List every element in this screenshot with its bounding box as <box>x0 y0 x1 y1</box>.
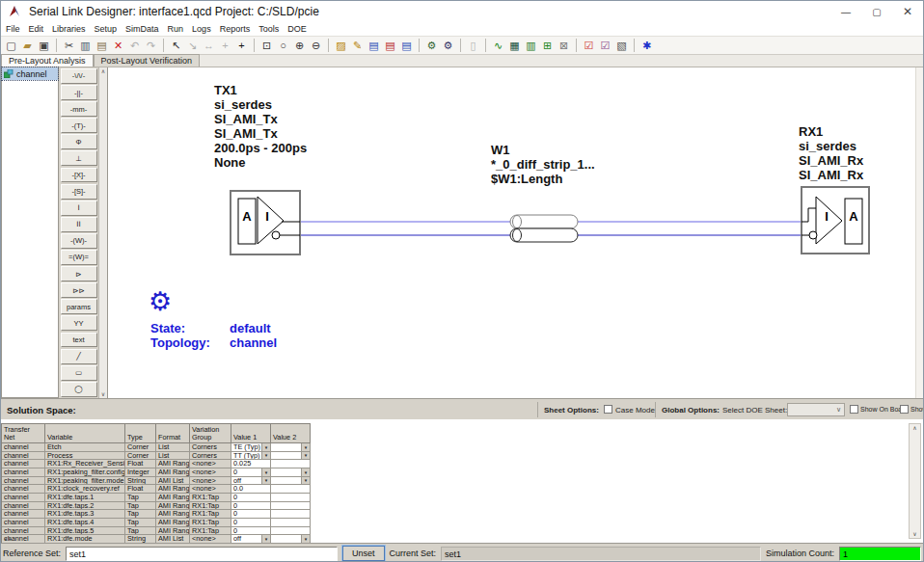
value1-cell[interactable]: 0 ▾ <box>231 519 271 527</box>
via-icon[interactable]: Ⅰ <box>61 201 97 216</box>
minimize-button[interactable]: — <box>830 1 861 22</box>
report-icon[interactable]: ▥ <box>523 38 539 53</box>
topology-value[interactable]: channel <box>230 335 277 350</box>
table-row[interactable]: channel RX1:dfe.taps.1 Tap AMI Range RX1… <box>2 494 311 502</box>
gear-icon[interactable]: ⚙ <box>149 287 172 316</box>
dropdown-button[interactable]: ▾ <box>261 535 270 543</box>
undo-icon[interactable]: ↶ <box>126 38 143 53</box>
table-row[interactable]: channel RX1:Rx_Receiver_Sensitivity Floa… <box>2 460 311 468</box>
state-value[interactable]: default <box>230 321 271 335</box>
doe-sheet-dropdown[interactable]: ∨ <box>787 403 845 416</box>
connect-mode-icon[interactable]: ↔ <box>201 38 217 53</box>
pan-icon[interactable]: ↘ <box>184 38 201 53</box>
column-header[interactable]: Value 2 <box>271 424 311 443</box>
dropdown-button[interactable]: ▾ <box>301 535 310 543</box>
scroll-down-icon[interactable]: ∨ <box>912 530 916 538</box>
table-row[interactable]: channel RX1:dfe.taps.4 Tap AMI Range RX1… <box>2 519 311 527</box>
xblock-icon[interactable]: -[X]- <box>61 168 97 183</box>
tab-post-layout-verification[interactable]: Post-Layout Verification <box>94 54 201 67</box>
tx-labels[interactable]: TX1si_serdesSI_AMI_TxSI_AMI_Tx200.0ps - … <box>214 83 307 170</box>
table-row[interactable]: channel Process Corner List Corners TT (… <box>2 452 311 461</box>
rx-labels[interactable]: RX1si_serdesSI_AMI_RxSI_AMI_Rx <box>799 124 863 182</box>
value2-cell[interactable]: ▾ <box>271 510 311 519</box>
zoom-in-icon[interactable]: ⊕ <box>291 38 308 53</box>
value1-cell[interactable]: 0 ▾ <box>231 502 271 511</box>
toolbar-icon[interactable] <box>254 39 255 52</box>
wline-pair-icon[interactable]: =(W)= <box>61 250 97 265</box>
toolbar-icon[interactable] <box>328 39 329 52</box>
zoom-out-icon[interactable]: ⊖ <box>308 38 324 53</box>
value1-cell[interactable]: off ▾ <box>231 477 271 486</box>
table-row[interactable]: channel RX1:dfe.taps.3 Tap AMI Range RX1… <box>2 510 311 519</box>
menu-tools[interactable]: Tools <box>258 24 279 34</box>
help-icon[interactable]: ✱ <box>639 38 655 53</box>
edit-properties-icon[interactable]: ▨ <box>333 38 349 53</box>
column-header[interactable]: Type <box>125 424 156 443</box>
value2-cell[interactable]: ▾ <box>271 452 311 461</box>
value2-cell[interactable]: ▾ <box>271 477 311 486</box>
palette-scrollbar[interactable]: ∧ ∨ <box>98 67 107 398</box>
sheet-editor-icon[interactable]: ▤ <box>398 38 415 53</box>
w1-labels[interactable]: W1*_0_diff_strip_1...$W1:Length <box>491 143 595 186</box>
zoom-fit-icon[interactable]: ⊡ <box>258 38 275 53</box>
redo-icon[interactable]: ↷ <box>143 38 159 53</box>
zoom-window-icon[interactable]: ○ <box>275 38 291 53</box>
scroll-down-icon[interactable]: ∨ <box>101 390 105 398</box>
waveform-viewer-icon[interactable]: ∿ <box>490 38 506 53</box>
table-row[interactable]: channel RX1:dfe.taps.2 Tap AMI Range RX1… <box>2 502 311 511</box>
value2-cell[interactable]: ▾ <box>271 519 311 527</box>
value2-cell[interactable]: ▾ <box>271 443 311 452</box>
value2-cell[interactable]: ▾ <box>271 485 311 494</box>
column-header[interactable]: Transfer Net <box>2 424 45 443</box>
close-button[interactable]: ✕ <box>892 1 923 22</box>
value1-cell[interactable]: 0 ▾ <box>231 468 271 477</box>
sweep-icon[interactable]: ☑ <box>597 38 613 53</box>
ibis-editor-icon[interactable]: ▤ <box>366 38 382 53</box>
menu-libraries[interactable]: Libraries <box>52 24 86 34</box>
spreadsheet-icon[interactable]: ⊞ <box>539 38 556 53</box>
sim-settings-icon[interactable]: ⚙ <box>440 38 456 53</box>
copy-icon[interactable]: ▥ <box>77 38 94 53</box>
table-row[interactable]: channel RX1:peaking_filter.config Intege… <box>2 468 311 477</box>
dropdown-button[interactable]: ▾ <box>261 477 270 485</box>
value1-cell[interactable]: TT (Typ) ▾ <box>231 452 271 461</box>
toolbar-icon[interactable] <box>485 39 486 52</box>
schematic-canvas[interactable]: TX1si_serdesSI_AMI_TxSI_AMI_Tx200.0ps - … <box>107 67 923 398</box>
topology-annotation[interactable]: Topology: channel <box>150 335 277 350</box>
package-icon[interactable]: ΥΥ <box>61 315 97 331</box>
open-folder-icon[interactable]: ▰ <box>19 38 36 53</box>
select-pointer-icon[interactable]: ↖ <box>168 38 184 53</box>
table-row[interactable]: channel RX1:clock_recovery.ref Float AMI… <box>2 485 311 494</box>
menu-edit[interactable]: Edit <box>29 24 44 34</box>
line-icon[interactable]: ╱ <box>61 349 97 364</box>
unset-button[interactable]: Unset <box>342 546 385 561</box>
menu-doe[interactable]: DOE <box>287 24 307 34</box>
w1-tline-symbol[interactable] <box>510 215 578 242</box>
menu-simdata[interactable]: SimData <box>125 24 159 34</box>
simulate-icon[interactable]: ⚙ <box>423 38 440 53</box>
tline-icon[interactable]: -(T)- <box>61 118 97 133</box>
menu-run[interactable]: Run <box>168 24 184 34</box>
wire-tool-icon[interactable]: ✎ <box>349 38 366 53</box>
network-icon[interactable]: ▯ <box>465 38 481 53</box>
table-row[interactable]: channel RX1:peaking_filter.mode String A… <box>2 477 311 486</box>
dropdown-button[interactable]: ▾ <box>301 443 310 451</box>
toolbar-icon[interactable] <box>419 39 420 52</box>
dropdown-button[interactable]: ▾ <box>301 468 310 476</box>
column-header[interactable]: Format <box>156 424 190 443</box>
column-header[interactable]: Value 1 <box>231 424 271 443</box>
value1-cell[interactable]: 0 ▾ <box>231 527 271 536</box>
show-all-sheets-checkbox[interactable] <box>900 405 909 414</box>
case-mode-checkbox[interactable] <box>604 405 612 414</box>
save-icon[interactable]: ▣ <box>36 38 52 53</box>
value2-cell[interactable]: ▾ <box>271 502 311 511</box>
layout-grid-icon[interactable]: ⊠ <box>556 38 572 53</box>
dropdown-button[interactable]: ▾ <box>261 468 270 476</box>
wline-icon[interactable]: -(W)- <box>61 233 97 249</box>
delete-icon[interactable]: ✕ <box>110 38 126 53</box>
dropdown-button[interactable]: ▾ <box>301 452 310 460</box>
source-icon[interactable]: Φ <box>61 134 97 149</box>
column-header[interactable]: Variation Group <box>190 424 231 443</box>
value1-cell[interactable]: TE (Typ) ▾ <box>231 443 271 452</box>
sblock-icon[interactable]: -[S]- <box>61 184 97 200</box>
